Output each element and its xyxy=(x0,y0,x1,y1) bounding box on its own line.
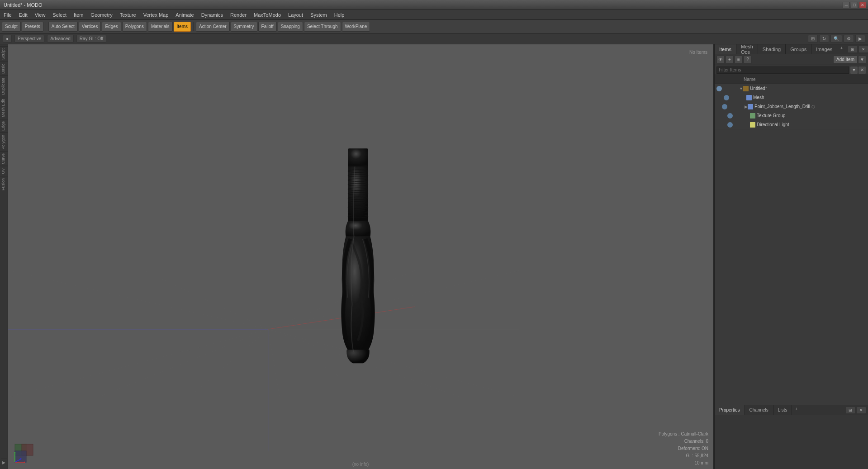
bottom-panel-collapse[interactable]: ✕ xyxy=(856,407,866,414)
viewport-bottom-info: Polygons : Catmull-Clark Channels: 0 Def… xyxy=(659,431,708,467)
items-button[interactable]: Items xyxy=(174,22,191,32)
materials-button[interactable]: Materials xyxy=(148,22,173,32)
menu-item-item[interactable]: Item xyxy=(70,10,87,19)
sidebar-tab-expand[interactable]: ◀ xyxy=(1,459,7,467)
item-label-drill: Point_Jobbers_Length_Drill xyxy=(754,104,810,109)
menu-item-view[interactable]: View xyxy=(31,10,49,19)
panel-collapse-button[interactable]: ✕ xyxy=(859,46,868,53)
sculpt-button[interactable]: Sculpt xyxy=(2,22,21,32)
list-item-light[interactable]: Directional Light xyxy=(715,120,868,129)
presets-button[interactable]: Presets xyxy=(22,22,43,32)
quality-button[interactable]: Advanced xyxy=(47,35,73,43)
menu-item-help[interactable]: Help xyxy=(331,10,348,19)
select-through-button[interactable]: Select Through xyxy=(304,22,341,32)
viewport-icon-3[interactable]: 🔍 xyxy=(830,35,842,43)
sidebar-tab-mesh-edit[interactable]: Mesh Edit xyxy=(0,97,8,119)
tab-channels[interactable]: Channels xyxy=(745,405,773,415)
app-title: Untitled* - MODO xyxy=(0,2,43,8)
visibility-btn-1[interactable]: 👁 xyxy=(716,56,725,64)
menu-item-render[interactable]: Render xyxy=(227,10,250,19)
main-layout: Sculpt Basic Duplicate Mesh Edit Edge Po… xyxy=(0,44,868,469)
edges-button[interactable]: Edges xyxy=(102,22,121,32)
menu-item-select[interactable]: Select xyxy=(49,10,70,19)
raygl-button[interactable]: Ray GL: Off xyxy=(76,35,107,43)
viewport[interactable]: No Items Polygons : Catmull-Clark Channe… xyxy=(8,44,713,469)
add-item-button[interactable]: Add Item xyxy=(833,56,858,64)
tab-shading[interactable]: Shading xyxy=(758,44,786,54)
snapping-button[interactable]: Snapping xyxy=(278,22,303,32)
eye-icon-drill[interactable] xyxy=(722,104,727,109)
minimize-button[interactable]: ─ xyxy=(843,2,850,8)
menu-item-dynamics[interactable]: Dynamics xyxy=(198,10,227,19)
add-item-dropdown[interactable]: ▼ xyxy=(858,56,866,64)
eye-icon-texture[interactable] xyxy=(727,113,733,118)
filter-input[interactable] xyxy=(716,66,849,74)
viewport-icon-1[interactable]: ⊞ xyxy=(808,35,818,43)
list-item-texture-group[interactable]: Texture Group xyxy=(715,111,868,120)
list-item-drill[interactable]: ▶ Point_Jobbers_Length_Drill ⬡ xyxy=(715,102,868,111)
viewport-icon-5[interactable]: ▶ xyxy=(855,35,865,43)
menu-item-layout[interactable]: Layout xyxy=(285,10,307,19)
falloff-button[interactable]: Falloff xyxy=(258,22,277,32)
svg-rect-32 xyxy=(15,451,26,462)
tab-properties[interactable]: Properties xyxy=(715,405,745,415)
item-options-btn[interactable]: ≡ xyxy=(735,56,743,64)
close-button[interactable]: ✕ xyxy=(859,2,866,8)
eye-icon-mesh[interactable] xyxy=(724,95,729,100)
vertices-button[interactable]: Vertices xyxy=(79,22,101,32)
sidebar-tab-curve[interactable]: Curve xyxy=(0,151,8,166)
tab-groups[interactable]: Groups xyxy=(786,44,811,54)
menu-item-system[interactable]: System xyxy=(307,10,331,19)
polygons-button[interactable]: Polygons xyxy=(122,22,147,32)
menu-item-file[interactable]: File xyxy=(0,10,15,19)
eye-icon-light[interactable] xyxy=(727,122,733,128)
symmetry-button[interactable]: Symmetry xyxy=(231,22,257,32)
menu-item-edit[interactable]: Edit xyxy=(15,10,31,19)
filter-clear-btn[interactable]: ✕ xyxy=(858,66,866,74)
menu-item-animate[interactable]: Animate xyxy=(172,10,197,19)
menu-item-texture[interactable]: Texture xyxy=(116,10,140,19)
list-item-untitled[interactable]: ▼ Untitled* xyxy=(715,84,868,93)
sidebar-tab-sculpt[interactable]: Sculpt xyxy=(0,46,8,62)
workplane-button[interactable]: WorkPlane xyxy=(342,22,370,32)
tab-mesh-ops[interactable]: Mesh Ops xyxy=(736,44,758,54)
sidebar-tab-fusion[interactable]: Fusion xyxy=(0,176,8,192)
navigation-cube[interactable] xyxy=(13,442,35,464)
sidebar-tab-basic[interactable]: Basic xyxy=(0,62,8,76)
maximize-button[interactable]: □ xyxy=(851,2,858,8)
expand-btn-untitled[interactable]: ▼ xyxy=(739,86,743,91)
texture-icon xyxy=(750,113,755,118)
svg-line-11 xyxy=(268,270,519,329)
drill-mesh-icon xyxy=(748,104,753,109)
list-item-mesh[interactable]: Mesh xyxy=(715,93,868,102)
menu-item-maxtomodo[interactable]: MaxToModo xyxy=(250,10,285,19)
svg-line-8 xyxy=(8,270,268,329)
sidebar-tab-polygon[interactable]: Polygon xyxy=(0,133,8,152)
eye-icon[interactable] xyxy=(716,86,722,91)
menubar: FileEditViewSelectItemGeometryTextureVer… xyxy=(0,10,868,20)
sidebar-tab-duplicate[interactable]: Duplicate xyxy=(0,76,8,97)
tab-items[interactable]: Items xyxy=(715,44,736,54)
menu-item-geometry[interactable]: Geometry xyxy=(87,10,116,19)
perspective-button[interactable]: Perspective xyxy=(14,35,44,43)
viewport-icon-4[interactable]: ⚙ xyxy=(844,35,854,43)
tab-images[interactable]: Images xyxy=(811,44,837,54)
items-list[interactable]: ▼ Untitled* Mesh ▶ Point_Jobbers_Length_… xyxy=(715,84,868,245)
sidebar-tab-uv[interactable]: UV xyxy=(0,166,8,176)
panel-expand-button[interactable]: ⊞ xyxy=(848,46,858,53)
item-search-btn[interactable]: ? xyxy=(744,56,752,64)
expand-btn-drill[interactable]: ▶ xyxy=(745,104,748,109)
bottom-tabs-add[interactable]: + xyxy=(792,405,800,415)
menu-item-vertex-map[interactable]: Vertex Map xyxy=(140,10,172,19)
viewport-icon-2[interactable]: ↻ xyxy=(819,35,829,43)
add-item-btn[interactable]: + xyxy=(726,56,734,64)
action-center-button[interactable]: Action Center xyxy=(196,22,230,32)
bottom-panel-expand[interactable]: ⊞ xyxy=(845,407,855,414)
filter-options-btn[interactable]: ▼ xyxy=(850,66,858,74)
vis-icons-light xyxy=(727,122,750,128)
auto-select-button[interactable]: Auto Select xyxy=(48,22,78,32)
tabs-add-button[interactable]: + xyxy=(837,44,845,54)
sidebar-tab-edge[interactable]: Edge xyxy=(0,119,8,133)
tab-lists[interactable]: Lists xyxy=(773,405,792,415)
drill-model xyxy=(333,142,383,363)
